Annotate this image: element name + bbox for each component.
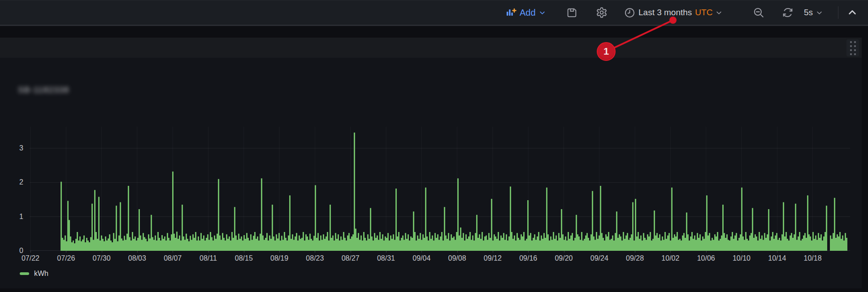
x-tick-mark <box>813 251 813 253</box>
x-tick-mark <box>102 251 102 253</box>
timezone-label: UTC <box>695 8 712 17</box>
legend-swatch <box>20 272 29 275</box>
x-tick-mark <box>173 251 173 253</box>
x-tick-label: 08/23 <box>299 254 330 262</box>
grid-lines <box>30 127 850 251</box>
timeseries-plot[interactable] <box>30 127 850 251</box>
panel-title-blurred: SB-1182338 <box>18 85 69 95</box>
x-tick-mark <box>66 251 66 253</box>
x-tick-mark <box>670 251 671 253</box>
x-tick-label: 08/11 <box>193 254 224 262</box>
x-tick-mark <box>421 251 422 253</box>
x-tick-mark <box>777 251 777 253</box>
x-tick-mark <box>315 251 315 253</box>
save-icon <box>566 7 577 18</box>
grafana-dashboard: Add Last 3 months UTC <box>0 0 868 292</box>
x-tick-label: 08/03 <box>122 254 153 262</box>
dashboard-settings-button[interactable] <box>596 0 608 25</box>
gear-icon <box>596 7 608 18</box>
x-tick-mark <box>564 251 564 253</box>
x-tick-label: 10/14 <box>761 254 793 262</box>
x-tick-label: 09/08 <box>442 254 473 262</box>
panel-header-strip <box>0 38 862 58</box>
x-tick-mark <box>244 251 244 253</box>
refresh-button[interactable] <box>782 0 794 25</box>
x-tick-mark <box>742 251 742 253</box>
y-tick-label: 1 <box>7 212 23 222</box>
x-tick-label: 08/19 <box>264 254 295 262</box>
x-tick-label: 08/31 <box>370 254 402 262</box>
time-range-picker[interactable]: Last 3 months UTC <box>624 0 722 25</box>
chevron-down-icon <box>539 9 546 16</box>
x-tick-label: 10/18 <box>797 254 829 262</box>
y-tick-label: 3 <box>7 143 23 153</box>
legend-item-kwh[interactable]: kWh <box>20 270 48 278</box>
x-tick-label: 07/22 <box>15 254 46 262</box>
x-tick-label: 10/06 <box>690 254 722 262</box>
x-tick-label: 08/07 <box>157 254 188 262</box>
graph-bar-plus-icon <box>506 7 516 18</box>
x-tick-mark <box>279 251 280 253</box>
panel-drag-handle-icon[interactable] <box>846 39 859 56</box>
x-tick-label: 09/04 <box>406 254 437 262</box>
toolbar-divider <box>838 6 838 19</box>
x-tick-mark <box>137 251 138 253</box>
refresh-icon <box>782 7 794 18</box>
zoom-out-icon <box>753 7 764 18</box>
x-tick-label: 09/24 <box>584 254 615 262</box>
add-button[interactable]: Add <box>506 0 546 25</box>
clock-icon <box>624 7 635 18</box>
y-tick-label: 2 <box>7 177 23 187</box>
x-tick-mark <box>351 251 351 253</box>
x-tick-mark <box>493 251 493 253</box>
zoom-out-time-button[interactable] <box>753 0 764 25</box>
x-tick-label: 09/16 <box>512 254 544 262</box>
chevron-down-icon <box>816 9 823 16</box>
x-tick-mark <box>457 251 458 253</box>
x-tick-label: 08/27 <box>335 254 366 262</box>
x-tick-mark <box>706 251 707 253</box>
time-range-label: Last 3 months <box>638 8 692 17</box>
x-tick-label: 09/20 <box>548 254 580 262</box>
x-tick-label: 07/26 <box>50 254 82 262</box>
x-tick-mark <box>635 251 635 253</box>
x-tick-label: 08/15 <box>228 254 260 262</box>
chevron-up-icon <box>847 8 857 17</box>
x-tick-mark <box>30 251 31 253</box>
x-tick-label: 07/30 <box>86 254 117 262</box>
x-tick-mark <box>599 251 600 253</box>
refresh-interval-label: 5s <box>804 8 813 17</box>
legend-label: kWh <box>34 270 48 278</box>
x-tick-label: 10/02 <box>655 254 686 262</box>
x-tick-label: 09/12 <box>477 254 508 262</box>
top-toolbar: Add Last 3 months UTC <box>0 0 868 26</box>
x-tick-label: 09/28 <box>619 254 651 262</box>
collapse-toolbar-button[interactable] <box>847 0 857 25</box>
x-tick-mark <box>528 251 529 253</box>
x-tick-label: 10/10 <box>726 254 757 262</box>
chevron-down-icon <box>716 9 722 16</box>
save-dashboard-button[interactable] <box>566 0 577 25</box>
add-button-label: Add <box>520 8 536 18</box>
kwh-series-bars <box>61 133 847 251</box>
x-tick-mark <box>386 251 386 253</box>
refresh-interval-dropdown[interactable]: 5s <box>804 0 823 25</box>
x-tick-mark <box>208 251 209 253</box>
